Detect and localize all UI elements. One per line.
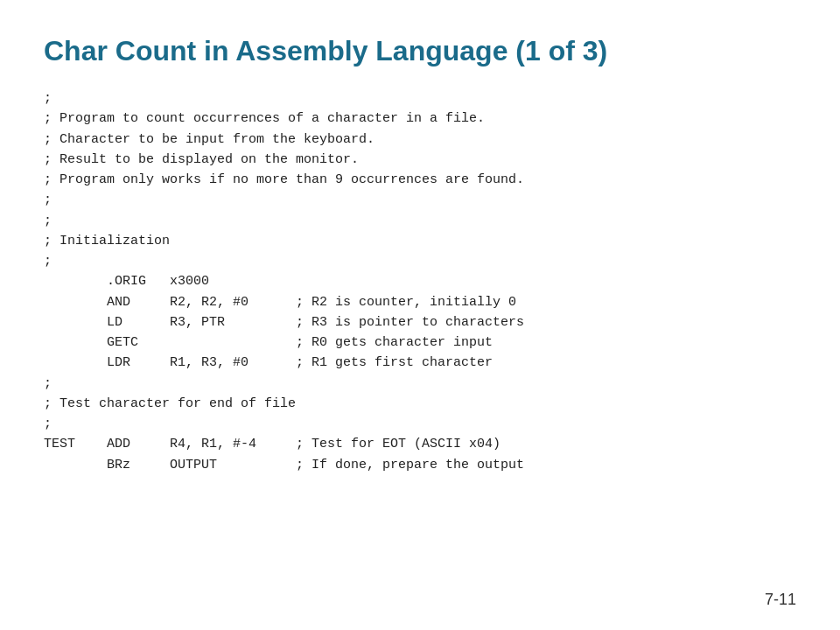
slide-title: Char Count in Assembly Language (1 of 3) <box>44 35 796 67</box>
slide-number: 7-11 <box>765 591 796 609</box>
code-block: ; ; Program to count occurrences of a ch… <box>44 88 796 475</box>
slide: Char Count in Assembly Language (1 of 3)… <box>0 0 840 630</box>
